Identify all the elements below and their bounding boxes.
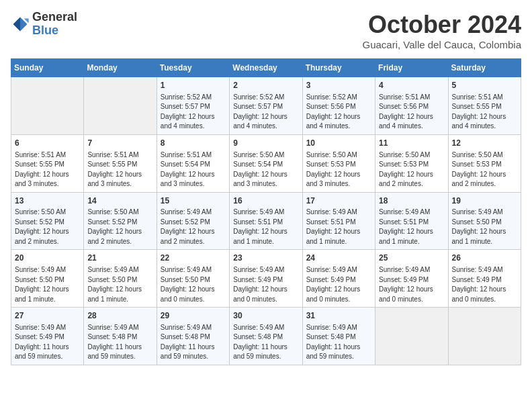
day-number: 27 — [15, 310, 80, 322]
day-number: 11 — [379, 138, 444, 149]
title-block: October 2024 Guacari, Valle del Cauca, C… — [362, 11, 521, 50]
day-number: 31 — [306, 310, 371, 322]
calendar-week-2: 6Sunrise: 5:51 AMSunset: 5:55 PMDaylight… — [11, 134, 521, 192]
calendar-day: 22Sunrise: 5:49 AMSunset: 5:50 PMDayligh… — [157, 250, 229, 308]
day-number: 10 — [306, 138, 371, 149]
day-info: Sunrise: 5:49 AMSunset: 5:49 PMDaylight:… — [15, 323, 80, 362]
day-number: 20 — [15, 253, 80, 264]
day-number: 6 — [15, 138, 80, 149]
calendar-day: 27Sunrise: 5:49 AMSunset: 5:49 PMDayligh… — [11, 308, 84, 365]
day-number: 5 — [452, 80, 517, 91]
calendar-day: 10Sunrise: 5:50 AMSunset: 5:53 PMDayligh… — [302, 134, 375, 192]
day-number: 13 — [15, 195, 80, 207]
calendar-day: 19Sunrise: 5:49 AMSunset: 5:50 PMDayligh… — [448, 192, 521, 250]
calendar-day: 3Sunrise: 5:52 AMSunset: 5:56 PMDaylight… — [302, 77, 375, 135]
day-info: Sunrise: 5:52 AMSunset: 5:57 PMDaylight:… — [161, 93, 226, 132]
day-info: Sunrise: 5:50 AMSunset: 5:52 PMDaylight:… — [15, 208, 80, 246]
weekday-header-friday: Friday — [375, 59, 448, 77]
day-number: 26 — [452, 253, 517, 264]
calendar-day: 20Sunrise: 5:49 AMSunset: 5:50 PMDayligh… — [11, 250, 84, 308]
day-info: Sunrise: 5:51 AMSunset: 5:54 PMDaylight:… — [161, 150, 226, 189]
day-number: 19 — [452, 195, 517, 207]
day-info: Sunrise: 5:50 AMSunset: 5:52 PMDaylight:… — [87, 208, 152, 246]
day-info: Sunrise: 5:50 AMSunset: 5:53 PMDaylight:… — [379, 150, 444, 189]
calendar-day: 16Sunrise: 5:49 AMSunset: 5:51 PMDayligh… — [230, 192, 302, 250]
day-info: Sunrise: 5:49 AMSunset: 5:49 PMDaylight:… — [306, 265, 371, 304]
calendar-day: 21Sunrise: 5:49 AMSunset: 5:50 PMDayligh… — [84, 250, 157, 308]
logo-general-text: General — [32, 11, 77, 24]
calendar-day: 4Sunrise: 5:51 AMSunset: 5:56 PMDaylight… — [375, 77, 448, 135]
calendar-day: 6Sunrise: 5:51 AMSunset: 5:55 PMDaylight… — [11, 134, 84, 192]
calendar-day: 5Sunrise: 5:51 AMSunset: 5:55 PMDaylight… — [448, 77, 521, 135]
day-info: Sunrise: 5:49 AMSunset: 5:49 PMDaylight:… — [233, 265, 298, 304]
calendar-day: 9Sunrise: 5:50 AMSunset: 5:54 PMDaylight… — [230, 134, 302, 192]
day-info: Sunrise: 5:52 AMSunset: 5:56 PMDaylight:… — [306, 93, 371, 132]
calendar-table: SundayMondayTuesdayWednesdayThursdayFrid… — [11, 58, 521, 365]
day-number: 30 — [233, 310, 298, 322]
day-info: Sunrise: 5:49 AMSunset: 5:50 PMDaylight:… — [161, 265, 226, 304]
calendar-day: 25Sunrise: 5:49 AMSunset: 5:49 PMDayligh… — [375, 250, 448, 308]
day-number: 15 — [161, 195, 226, 207]
day-info: Sunrise: 5:49 AMSunset: 5:52 PMDaylight:… — [161, 208, 226, 246]
calendar-week-3: 13Sunrise: 5:50 AMSunset: 5:52 PMDayligh… — [11, 192, 521, 250]
weekday-header-wednesday: Wednesday — [230, 59, 302, 77]
logo-text: General Blue — [32, 11, 77, 38]
location: Guacari, Valle del Cauca, Colombia — [362, 39, 521, 50]
calendar-day: 28Sunrise: 5:49 AMSunset: 5:48 PMDayligh… — [84, 308, 157, 365]
day-number: 14 — [87, 195, 152, 207]
calendar-week-4: 20Sunrise: 5:49 AMSunset: 5:50 PMDayligh… — [11, 250, 521, 308]
day-info: Sunrise: 5:49 AMSunset: 5:48 PMDaylight:… — [87, 323, 152, 362]
day-number: 12 — [452, 138, 517, 149]
day-info: Sunrise: 5:51 AMSunset: 5:55 PMDaylight:… — [15, 150, 80, 189]
day-info: Sunrise: 5:49 AMSunset: 5:51 PMDaylight:… — [306, 208, 371, 246]
calendar-day: 23Sunrise: 5:49 AMSunset: 5:49 PMDayligh… — [230, 250, 302, 308]
day-info: Sunrise: 5:49 AMSunset: 5:51 PMDaylight:… — [233, 208, 298, 246]
day-number: 3 — [306, 80, 371, 91]
day-number: 22 — [161, 253, 226, 264]
day-info: Sunrise: 5:49 AMSunset: 5:50 PMDaylight:… — [87, 265, 152, 304]
calendar-week-5: 27Sunrise: 5:49 AMSunset: 5:49 PMDayligh… — [11, 308, 521, 365]
page-header: General Blue October 2024 Guacari, Valle… — [11, 11, 521, 50]
logo-blue-text: Blue — [32, 24, 77, 38]
calendar-day — [448, 308, 521, 365]
day-number: 18 — [379, 195, 444, 207]
weekday-header-saturday: Saturday — [448, 59, 521, 77]
calendar-day — [11, 77, 84, 135]
calendar-day: 7Sunrise: 5:51 AMSunset: 5:55 PMDaylight… — [84, 134, 157, 192]
day-info: Sunrise: 5:49 AMSunset: 5:51 PMDaylight:… — [379, 208, 444, 246]
day-number: 21 — [87, 253, 152, 264]
weekday-header-monday: Monday — [84, 59, 157, 77]
day-number: 24 — [306, 253, 371, 264]
svg-marker-1 — [13, 17, 21, 31]
calendar-day: 30Sunrise: 5:49 AMSunset: 5:48 PMDayligh… — [230, 308, 302, 365]
logo: General Blue — [11, 11, 77, 38]
day-info: Sunrise: 5:49 AMSunset: 5:49 PMDaylight:… — [452, 265, 517, 304]
calendar-day: 2Sunrise: 5:52 AMSunset: 5:57 PMDaylight… — [230, 77, 302, 135]
day-number: 7 — [87, 138, 152, 149]
day-number: 23 — [233, 253, 298, 264]
day-info: Sunrise: 5:51 AMSunset: 5:55 PMDaylight:… — [87, 150, 152, 189]
day-number: 17 — [306, 195, 371, 207]
day-info: Sunrise: 5:50 AMSunset: 5:53 PMDaylight:… — [306, 150, 371, 189]
calendar-day: 12Sunrise: 5:50 AMSunset: 5:53 PMDayligh… — [448, 134, 521, 192]
calendar-day: 15Sunrise: 5:49 AMSunset: 5:52 PMDayligh… — [157, 192, 229, 250]
day-info: Sunrise: 5:49 AMSunset: 5:48 PMDaylight:… — [161, 323, 226, 362]
calendar-day — [84, 77, 157, 135]
calendar-day: 24Sunrise: 5:49 AMSunset: 5:49 PMDayligh… — [302, 250, 375, 308]
weekday-header-tuesday: Tuesday — [157, 59, 229, 77]
day-number: 28 — [87, 310, 152, 322]
calendar-body: 1Sunrise: 5:52 AMSunset: 5:57 PMDaylight… — [11, 77, 521, 365]
calendar-day: 8Sunrise: 5:51 AMSunset: 5:54 PMDaylight… — [157, 134, 229, 192]
day-info: Sunrise: 5:49 AMSunset: 5:48 PMDaylight:… — [233, 323, 298, 362]
logo-icon — [11, 15, 30, 34]
day-number: 1 — [161, 80, 226, 91]
calendar-day: 1Sunrise: 5:52 AMSunset: 5:57 PMDaylight… — [157, 77, 229, 135]
calendar-day: 14Sunrise: 5:50 AMSunset: 5:52 PMDayligh… — [84, 192, 157, 250]
day-number: 16 — [233, 195, 298, 207]
calendar-header: SundayMondayTuesdayWednesdayThursdayFrid… — [11, 59, 521, 77]
day-number: 8 — [161, 138, 226, 149]
day-number: 9 — [233, 138, 298, 149]
day-info: Sunrise: 5:51 AMSunset: 5:55 PMDaylight:… — [452, 93, 517, 132]
day-info: Sunrise: 5:49 AMSunset: 5:50 PMDaylight:… — [452, 208, 517, 246]
calendar-day: 29Sunrise: 5:49 AMSunset: 5:48 PMDayligh… — [157, 308, 229, 365]
